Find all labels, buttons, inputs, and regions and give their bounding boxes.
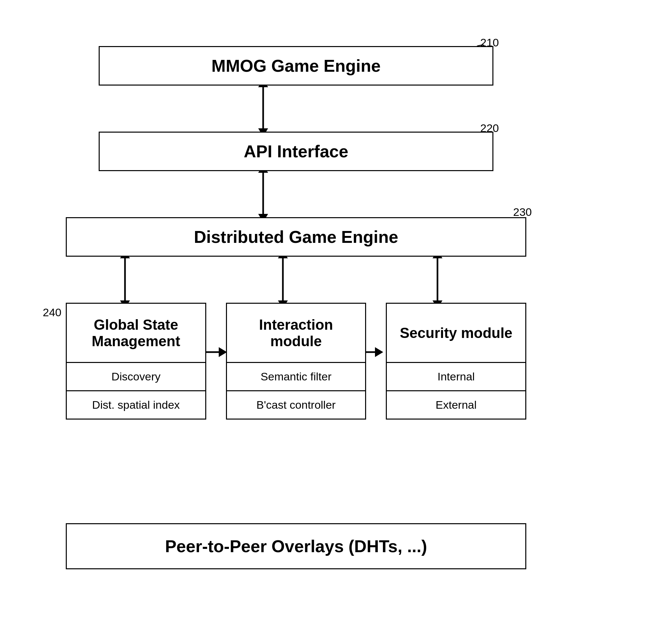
internal-label: Internal: [437, 370, 475, 383]
interaction-label: Interaction module: [232, 317, 360, 350]
security-header: Security module: [387, 304, 525, 363]
interaction-header: Interaction module: [227, 304, 365, 363]
interaction-sub1: Semantic filter: [227, 363, 365, 391]
interaction-box: Interaction module Semantic filter B'cas…: [226, 303, 366, 420]
discovery-label: Discovery: [111, 370, 160, 383]
interaction-sub2: B'cast controller: [227, 391, 365, 419]
api-box: API Interface: [99, 132, 493, 171]
mmog-box: MMOG Game Engine: [99, 46, 493, 85]
dge-label: Distributed Game Engine: [194, 227, 398, 247]
ref-number-240: 240: [43, 306, 61, 319]
ref-number-230: 230: [513, 206, 532, 218]
api-label: API Interface: [244, 142, 348, 161]
p2p-label: Peer-to-Peer Overlays (DHTs, ...): [165, 537, 427, 556]
dge-box: Distributed Game Engine: [66, 217, 526, 257]
mmog-label: MMOG Game Engine: [212, 56, 381, 76]
global-state-sub1: Discovery: [67, 363, 205, 391]
bcast-controller-label: B'cast controller: [257, 399, 336, 411]
external-label: External: [435, 399, 476, 411]
global-state-box: Global State Management Discovery Dist. …: [66, 303, 206, 420]
security-sub2: External: [387, 391, 525, 419]
global-state-header: Global State Management: [67, 304, 205, 363]
dist-spatial-label: Dist. spatial index: [92, 399, 180, 411]
security-label: Security module: [400, 325, 513, 341]
semantic-filter-label: Semantic filter: [261, 370, 331, 383]
security-box: Security module Internal External: [386, 303, 526, 420]
global-state-label: Global State Management: [72, 317, 200, 350]
security-sub1: Internal: [387, 363, 525, 391]
p2p-box: Peer-to-Peer Overlays (DHTs, ...): [66, 523, 526, 569]
global-state-sub2: Dist. spatial index: [67, 391, 205, 419]
modules-row: Global State Management Discovery Dist. …: [66, 303, 526, 420]
